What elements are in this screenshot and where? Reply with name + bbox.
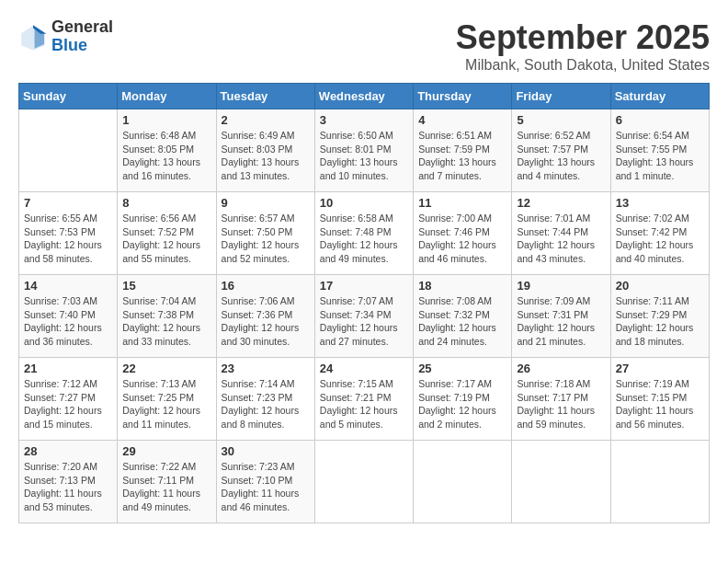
day-info: Sunrise: 7:08 AMSunset: 7:32 PMDaylight:… <box>418 294 506 349</box>
day-info: Sunrise: 7:02 AMSunset: 7:42 PMDaylight:… <box>616 212 704 266</box>
day-number: 22 <box>122 362 210 375</box>
calendar-week-row: 28Sunrise: 7:20 AMSunset: 7:13 PMDayligh… <box>19 441 710 523</box>
title-block: September 2025 Milbank, South Dakota, Un… <box>456 18 710 74</box>
calendar-cell: 13Sunrise: 7:02 AMSunset: 7:42 PMDayligh… <box>610 192 709 275</box>
day-number: 21 <box>24 362 112 375</box>
day-number: 7 <box>24 196 112 210</box>
day-info: Sunrise: 7:03 AMSunset: 7:40 PMDaylight:… <box>24 294 112 349</box>
page-title: September 2025 <box>456 18 710 57</box>
day-number: 3 <box>320 113 408 127</box>
calendar-cell: 27Sunrise: 7:19 AMSunset: 7:15 PMDayligh… <box>610 358 709 441</box>
calendar-cell: 24Sunrise: 7:15 AMSunset: 7:21 PMDayligh… <box>314 358 413 441</box>
calendar-week-row: 21Sunrise: 7:12 AMSunset: 7:27 PMDayligh… <box>19 358 710 441</box>
calendar-cell: 23Sunrise: 7:14 AMSunset: 7:23 PMDayligh… <box>216 358 314 441</box>
calendar-cell: 28Sunrise: 7:20 AMSunset: 7:13 PMDayligh… <box>19 441 118 523</box>
day-info: Sunrise: 7:18 AMSunset: 7:17 PMDaylight:… <box>517 377 605 431</box>
calendar-cell: 19Sunrise: 7:09 AMSunset: 7:31 PMDayligh… <box>512 275 610 358</box>
day-number: 29 <box>122 444 210 458</box>
day-number: 20 <box>616 279 704 293</box>
calendar-cell <box>414 441 512 523</box>
calendar-cell: 8Sunrise: 6:56 AMSunset: 7:52 PMDaylight… <box>118 192 216 275</box>
calendar-cell: 7Sunrise: 6:55 AMSunset: 7:53 PMDaylight… <box>19 192 118 275</box>
calendar-cell: 11Sunrise: 7:00 AMSunset: 7:46 PMDayligh… <box>414 192 512 275</box>
calendar-header-friday: Friday <box>512 84 610 109</box>
day-info: Sunrise: 6:49 AMSunset: 8:03 PMDaylight:… <box>222 129 310 183</box>
day-number: 13 <box>616 196 704 210</box>
calendar-cell: 21Sunrise: 7:12 AMSunset: 7:27 PMDayligh… <box>19 358 118 441</box>
calendar-cell <box>512 441 610 523</box>
logo: General Blue <box>18 18 113 55</box>
day-info: Sunrise: 6:51 AMSunset: 7:59 PMDaylight:… <box>418 129 506 183</box>
day-info: Sunrise: 7:23 AMSunset: 7:10 PMDaylight:… <box>222 460 310 514</box>
calendar-week-row: 14Sunrise: 7:03 AMSunset: 7:40 PMDayligh… <box>19 275 710 358</box>
day-info: Sunrise: 6:58 AMSunset: 7:48 PMDaylight:… <box>320 212 408 266</box>
calendar-cell: 15Sunrise: 7:04 AMSunset: 7:38 PMDayligh… <box>118 275 216 358</box>
calendar-header-row: SundayMondayTuesdayWednesdayThursdayFrid… <box>19 84 710 109</box>
page-subtitle: Milbank, South Dakota, United States <box>456 57 710 74</box>
day-number: 2 <box>222 113 310 127</box>
day-number: 5 <box>517 113 605 127</box>
day-number: 10 <box>320 196 408 210</box>
day-number: 27 <box>616 362 704 375</box>
calendar-cell: 14Sunrise: 7:03 AMSunset: 7:40 PMDayligh… <box>19 275 118 358</box>
calendar-week-row: 7Sunrise: 6:55 AMSunset: 7:53 PMDaylight… <box>19 192 710 275</box>
day-info: Sunrise: 7:17 AMSunset: 7:19 PMDaylight:… <box>418 377 506 431</box>
day-number: 30 <box>222 444 310 458</box>
calendar-table: SundayMondayTuesdayWednesdayThursdayFrid… <box>18 83 710 523</box>
calendar-cell: 3Sunrise: 6:50 AMSunset: 8:01 PMDaylight… <box>314 109 413 192</box>
calendar-cell: 4Sunrise: 6:51 AMSunset: 7:59 PMDaylight… <box>414 109 512 192</box>
calendar-header-tuesday: Tuesday <box>216 84 314 109</box>
day-info: Sunrise: 7:07 AMSunset: 7:34 PMDaylight:… <box>320 294 408 349</box>
day-info: Sunrise: 7:00 AMSunset: 7:46 PMDaylight:… <box>418 212 506 266</box>
day-info: Sunrise: 7:13 AMSunset: 7:25 PMDaylight:… <box>122 377 210 431</box>
day-number: 15 <box>122 279 210 293</box>
calendar-cell: 17Sunrise: 7:07 AMSunset: 7:34 PMDayligh… <box>314 275 413 358</box>
day-number: 1 <box>122 113 210 127</box>
calendar-cell: 12Sunrise: 7:01 AMSunset: 7:44 PMDayligh… <box>512 192 610 275</box>
day-info: Sunrise: 7:01 AMSunset: 7:44 PMDaylight:… <box>517 212 605 266</box>
day-number: 8 <box>122 196 210 210</box>
day-info: Sunrise: 6:56 AMSunset: 7:52 PMDaylight:… <box>122 212 210 266</box>
day-info: Sunrise: 6:50 AMSunset: 8:01 PMDaylight:… <box>320 129 408 183</box>
day-info: Sunrise: 6:57 AMSunset: 7:50 PMDaylight:… <box>222 212 310 266</box>
day-number: 26 <box>517 362 605 375</box>
day-number: 17 <box>320 279 408 293</box>
calendar-cell: 2Sunrise: 6:49 AMSunset: 8:03 PMDaylight… <box>216 109 314 192</box>
day-info: Sunrise: 7:14 AMSunset: 7:23 PMDaylight:… <box>222 377 310 431</box>
calendar-cell <box>314 441 413 523</box>
day-number: 6 <box>616 113 704 127</box>
day-info: Sunrise: 7:12 AMSunset: 7:27 PMDaylight:… <box>24 377 112 431</box>
day-info: Sunrise: 7:06 AMSunset: 7:36 PMDaylight:… <box>222 294 310 349</box>
logo-text: General Blue <box>51 18 113 55</box>
calendar-header-saturday: Saturday <box>610 84 709 109</box>
day-info: Sunrise: 7:22 AMSunset: 7:11 PMDaylight:… <box>122 460 210 514</box>
calendar-cell: 10Sunrise: 6:58 AMSunset: 7:48 PMDayligh… <box>314 192 413 275</box>
calendar-cell: 18Sunrise: 7:08 AMSunset: 7:32 PMDayligh… <box>414 275 512 358</box>
calendar-cell: 29Sunrise: 7:22 AMSunset: 7:11 PMDayligh… <box>118 441 216 523</box>
calendar-cell: 26Sunrise: 7:18 AMSunset: 7:17 PMDayligh… <box>512 358 610 441</box>
day-info: Sunrise: 7:19 AMSunset: 7:15 PMDaylight:… <box>616 377 704 431</box>
day-info: Sunrise: 6:52 AMSunset: 7:57 PMDaylight:… <box>517 129 605 183</box>
calendar-header-sunday: Sunday <box>19 84 118 109</box>
calendar-cell: 16Sunrise: 7:06 AMSunset: 7:36 PMDayligh… <box>216 275 314 358</box>
day-number: 24 <box>320 362 408 375</box>
day-info: Sunrise: 7:11 AMSunset: 7:29 PMDaylight:… <box>616 294 704 349</box>
day-number: 11 <box>418 196 506 210</box>
day-number: 28 <box>24 444 112 458</box>
day-number: 16 <box>222 279 310 293</box>
day-number: 23 <box>222 362 310 375</box>
day-number: 25 <box>418 362 506 375</box>
day-number: 9 <box>222 196 310 210</box>
day-info: Sunrise: 7:09 AMSunset: 7:31 PMDaylight:… <box>517 294 605 349</box>
page-header: General Blue September 2025 Milbank, Sou… <box>18 18 710 74</box>
calendar-week-row: 1Sunrise: 6:48 AMSunset: 8:05 PMDaylight… <box>19 109 710 192</box>
day-info: Sunrise: 6:48 AMSunset: 8:05 PMDaylight:… <box>122 129 210 183</box>
calendar-cell <box>610 441 709 523</box>
calendar-cell: 9Sunrise: 6:57 AMSunset: 7:50 PMDaylight… <box>216 192 314 275</box>
day-number: 12 <box>517 196 605 210</box>
calendar-header-monday: Monday <box>118 84 216 109</box>
day-info: Sunrise: 6:54 AMSunset: 7:55 PMDaylight:… <box>616 129 704 183</box>
calendar-header-wednesday: Wednesday <box>314 84 413 109</box>
calendar-header-thursday: Thursday <box>414 84 512 109</box>
day-number: 19 <box>517 279 605 293</box>
